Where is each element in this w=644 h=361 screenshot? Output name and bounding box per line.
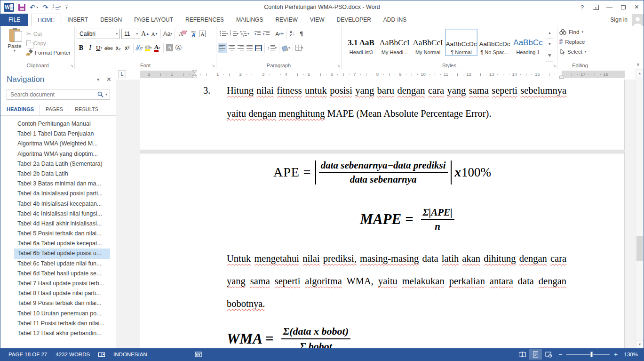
document-canvas[interactable]: 3. Hitung nilai fitness untuk posisi yan… xyxy=(116,80,636,348)
nav-heading-item[interactable]: Tabel 4d Hasil akhir inisialisasi... xyxy=(14,219,110,229)
language-indicator[interactable]: INDONESIAN xyxy=(109,352,151,357)
nav-heading-item[interactable]: Tabel 4a Inisialisasi posisi parti... xyxy=(14,189,110,199)
zoom-slider-thumb[interactable] xyxy=(590,352,593,357)
search-options-chevron-icon[interactable]: ▾ xyxy=(105,93,107,96)
paste-button[interactable]: Paste ▾ xyxy=(3,27,26,62)
dialog-launcher-icon[interactable]: ↘ xyxy=(70,64,73,68)
nav-heading-item[interactable]: Tabel 1 Tabel Data Penjualan xyxy=(14,129,110,139)
nav-heading-item[interactable]: Algoritma WMA (Weighted M... xyxy=(14,139,110,149)
page-18[interactable]: APE = data sebenarnya−data prediksi data… xyxy=(140,153,625,348)
align-center-button[interactable] xyxy=(227,43,236,53)
nav-heading-item[interactable]: Tabel 11 Posisi terbaik dan nilai... xyxy=(14,319,110,329)
tab-design[interactable]: DESIGN xyxy=(94,14,128,26)
scroll-down-button[interactable]: ▼ xyxy=(636,340,644,348)
numbering-qat-button[interactable]: ▾ xyxy=(53,4,61,10)
tab-stop-selector[interactable]: L xyxy=(118,70,126,78)
page-indicator[interactable]: PAGE 18 OF 27 xyxy=(4,352,51,357)
web-layout-button[interactable] xyxy=(542,349,555,360)
navigation-options-button[interactable]: ▼ xyxy=(96,78,100,82)
distribute-button[interactable] xyxy=(254,43,263,53)
search-input[interactable] xyxy=(10,91,95,98)
tab-view[interactable]: VIEW xyxy=(304,14,331,26)
zoom-in-button[interactable]: + xyxy=(611,351,621,358)
shading-button[interactable]: ▾ xyxy=(281,43,291,53)
clear-formatting-button[interactable]: A xyxy=(176,29,185,39)
change-case-button[interactable]: Aa▾ xyxy=(162,29,173,39)
horizontal-ruler[interactable]: 211234567891011121314151718 xyxy=(140,71,625,78)
tab-developer[interactable]: DEVELOPER xyxy=(330,14,377,26)
zoom-level[interactable]: 130% xyxy=(621,352,640,357)
italic-button[interactable]: I xyxy=(86,43,95,53)
word-logo-icon[interactable]: W xyxy=(4,3,14,12)
undo-button[interactable]: ↶▾ xyxy=(30,4,38,11)
style-card[interactable]: 3.1 AaBHeadList3 xyxy=(345,29,377,56)
avatar-icon[interactable] xyxy=(632,14,644,26)
vertical-scrollbar[interactable]: ▲ ▼ xyxy=(636,69,644,348)
read-mode-button[interactable] xyxy=(516,349,529,360)
text-effects-button[interactable]: A▾ xyxy=(135,43,144,53)
character-border-button[interactable]: A xyxy=(198,29,207,39)
bullets-button[interactable]: ▾ xyxy=(218,29,229,39)
tab-review[interactable]: REVIEW xyxy=(269,14,303,26)
cut-button[interactable]: ✂Cut xyxy=(26,29,71,39)
word-count[interactable]: 4232 WORDS xyxy=(51,352,94,357)
phonetic-guide-button[interactable]: abcA xyxy=(189,29,198,39)
nav-tab-headings[interactable]: HEADINGS xyxy=(7,104,40,115)
tab-mailings[interactable]: MAILINGS xyxy=(230,14,269,26)
nav-tab-results[interactable]: RESULTS xyxy=(69,104,104,115)
collapse-ribbon-button[interactable]: ∧ xyxy=(636,62,640,67)
format-painter-button[interactable]: Format Painter xyxy=(26,48,71,57)
style-card[interactable]: AaBbCcDc¶ No Spac... xyxy=(478,29,511,56)
ribbon-display-options-button[interactable]: ▴ xyxy=(589,1,603,13)
decrease-indent-button[interactable] xyxy=(254,29,262,39)
dialog-launcher-icon[interactable]: ↘ xyxy=(212,64,215,68)
zoom-out-button[interactable]: − xyxy=(555,351,565,358)
indent-marker-left[interactable] xyxy=(192,70,197,80)
page-17[interactable]: 3. Hitung nilai fitness untuk posisi yan… xyxy=(140,80,625,150)
justify-button[interactable] xyxy=(245,43,254,53)
underline-button[interactable]: U▾ xyxy=(95,43,103,53)
font-name-combobox[interactable]: Calibri▾ xyxy=(77,29,120,39)
nav-heading-item[interactable]: Tabel 2b Data Latih xyxy=(14,169,110,179)
nav-heading-item[interactable]: Tabel 6b Tabel update posisi u... xyxy=(14,249,110,258)
numbering-button[interactable]: ▾ xyxy=(229,29,240,39)
print-layout-button[interactable] xyxy=(529,349,542,360)
subscript-button[interactable]: x₂ xyxy=(114,43,123,53)
superscript-button[interactable]: x² xyxy=(123,43,132,53)
zoom-slider[interactable] xyxy=(566,354,610,355)
copy-button[interactable]: Copy xyxy=(26,39,71,48)
styles-more-button[interactable]: ▼ xyxy=(546,50,553,62)
proofing-status-button[interactable] xyxy=(94,352,109,358)
maximize-button[interactable] xyxy=(616,1,630,13)
scrollbar-thumb[interactable] xyxy=(636,236,643,261)
increase-indent-button[interactable] xyxy=(262,29,271,39)
align-left-button[interactable] xyxy=(218,43,227,53)
nav-heading-item[interactable]: Tabel 12 Hasil akhir perbandin... xyxy=(14,329,110,338)
styles-scroll-down-button[interactable]: ▼ xyxy=(546,39,553,50)
character-shading-button[interactable]: A xyxy=(165,43,174,53)
minimize-button[interactable]: — xyxy=(603,1,616,13)
search-icon[interactable] xyxy=(97,91,103,97)
tab-home[interactable]: HOME xyxy=(31,14,61,26)
tab-file[interactable]: FILE xyxy=(0,14,28,26)
style-card[interactable]: AaBbCcHeading 1 xyxy=(512,29,544,56)
nav-heading-item[interactable]: Tabel 9 Posisi terbaik dan nilai... xyxy=(14,298,110,308)
nav-heading-item[interactable]: Contoh Perhitungan Manual xyxy=(14,119,110,129)
strikethrough-button[interactable]: abc xyxy=(103,43,114,53)
sort-button[interactable]: AZ↓ xyxy=(288,29,297,39)
nav-heading-item[interactable]: Tabel 6d Tabel hasil update se... xyxy=(14,269,110,279)
bold-button[interactable]: B xyxy=(77,43,86,53)
nav-heading-item[interactable]: Tabel 8 Hasil update nilai parti... xyxy=(14,289,110,298)
tab-page-layout[interactable]: PAGE LAYOUT xyxy=(128,14,179,26)
multilevel-list-button[interactable]: ▾ xyxy=(239,29,250,39)
borders-button[interactable]: ▾ xyxy=(294,43,304,53)
tab-insert[interactable]: INSERT xyxy=(61,14,94,26)
nav-heading-item[interactable]: Tabel 7 Hasil update posisi terb... xyxy=(14,279,110,289)
sign-in-area[interactable]: Sign in xyxy=(610,14,644,26)
nav-heading-item[interactable]: Tabel 10 Urutan penemuan po... xyxy=(14,309,110,319)
save-icon[interactable] xyxy=(18,4,25,11)
scroll-up-button[interactable]: ▲ xyxy=(636,69,644,77)
help-button[interactable]: ? xyxy=(575,1,589,13)
redo-button[interactable]: ↷ xyxy=(42,4,48,11)
font-color-button[interactable]: A▾ xyxy=(153,43,162,53)
